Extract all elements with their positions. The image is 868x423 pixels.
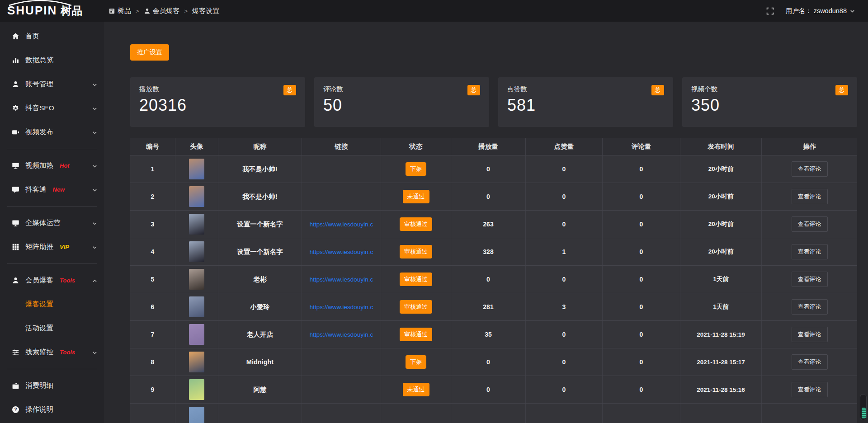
- cell-status: 未通过: [381, 376, 451, 403]
- sidebar-item-label: 首页: [25, 32, 39, 41]
- cell-number: 3: [130, 211, 175, 238]
- cell-status: 审核通过: [381, 211, 451, 238]
- chevron-down-icon: [92, 220, 98, 226]
- user-icon: [144, 8, 151, 14]
- sidebar-item-data-overview[interactable]: 数据总览: [0, 48, 104, 72]
- total-badge: 总: [651, 85, 665, 95]
- sidebar-item-clue-monitor[interactable]: 线索监控Tools: [0, 340, 104, 364]
- cell-nickname: 我不是小帅!: [218, 155, 302, 183]
- column-header: 发布时间: [680, 138, 762, 155]
- cell-likes: 0: [526, 321, 603, 348]
- chat-icon: [12, 186, 19, 193]
- sidebar-item-label: 会员爆客: [25, 276, 53, 285]
- sidebar-item-video-publish[interactable]: 视频发布: [0, 120, 104, 144]
- video-link[interactable]: https://www.iesdouyin.c: [310, 221, 373, 228]
- cell-nickname: 老人开店: [218, 321, 302, 348]
- cell-number: [130, 404, 175, 423]
- cell-nickname: 设置一个新名字: [218, 211, 302, 238]
- column-header: 昵称: [218, 138, 302, 155]
- fullscreen-icon[interactable]: [766, 7, 774, 15]
- stat-value: 350: [691, 96, 848, 115]
- sidebar-item-label: 账号管理: [25, 80, 53, 89]
- column-header: 编号: [130, 138, 175, 155]
- sidebar-item-tag: VIP: [60, 244, 69, 250]
- view-comments-button[interactable]: 查看评论: [792, 216, 828, 232]
- breadcrumb-item-member[interactable]: 会员爆客: [144, 7, 180, 15]
- cell-link: [302, 155, 381, 183]
- stat-label: 播放数: [139, 85, 159, 94]
- sidebar-item-consumption-detail[interactable]: 消费明细: [0, 374, 104, 398]
- breadcrumb-label: 爆客设置: [192, 7, 219, 15]
- view-comments-button[interactable]: 查看评论: [792, 327, 828, 342]
- table-row: [130, 403, 857, 423]
- cell-likes: 0: [526, 348, 603, 376]
- sidebar-item-label: 操作说明: [25, 405, 53, 414]
- view-comments-button[interactable]: 查看评论: [792, 354, 828, 370]
- cell-likes: 0: [526, 155, 603, 183]
- video-link[interactable]: https://www.iesdouyin.c: [310, 304, 373, 310]
- sidebar-item-matrix-boost[interactable]: 矩阵助推VIP: [0, 235, 104, 259]
- avatar: [189, 379, 204, 400]
- video-link[interactable]: https://www.iesdouyin.c: [310, 249, 373, 255]
- cell-number: 9: [130, 376, 175, 403]
- cell-likes: 0: [526, 183, 603, 210]
- sidebar-item-activity-settings[interactable]: 活动设置: [0, 316, 104, 340]
- stat-cards: 播放数 总 20316 评论数 总 50 点赞数 总 581: [130, 77, 857, 127]
- view-comments-button[interactable]: 查看评论: [792, 244, 828, 259]
- stat-card-videos: 视频个数 总 350: [682, 77, 857, 127]
- sidebar-item-douyin-seo[interactable]: 抖音SEO: [0, 96, 104, 120]
- sidebar-item-tag: Tools: [60, 349, 75, 356]
- avatar: [189, 241, 204, 262]
- chevron-down-icon: [92, 244, 98, 250]
- video-link[interactable]: https://www.iesdouyin.c: [310, 276, 373, 283]
- sidebar-item-all-media[interactable]: 全媒体运营: [0, 211, 104, 235]
- cell-avatar: [175, 348, 218, 376]
- sidebar-item-baoke-settings[interactable]: 爆客设置: [0, 292, 104, 316]
- sidebar-item-member-baoke[interactable]: 会员爆客Tools: [0, 268, 104, 292]
- cell-publish-time: 20小时前: [680, 183, 762, 210]
- breadcrumb-label: 树品: [118, 7, 131, 15]
- cell-plays: 35: [451, 321, 526, 348]
- cell-avatar: [175, 293, 218, 320]
- sidebar-menu: 首页数据总览账号管理抖音SEO视频发布视频加热Hot抖客通New全媒体运营矩阵助…: [0, 24, 104, 422]
- cell-comments: 0: [603, 183, 680, 210]
- view-comments-button[interactable]: 查看评论: [792, 272, 828, 287]
- sidebar-item-account-manage[interactable]: 账号管理: [0, 72, 104, 96]
- cell-number: 1: [130, 155, 175, 183]
- view-comments-button[interactable]: 查看评论: [792, 382, 828, 397]
- promo-settings-button[interactable]: 推广设置: [130, 44, 169, 61]
- cell-nickname: [218, 404, 302, 423]
- scrollbar[interactable]: [860, 394, 867, 420]
- sidebar-item-label: 抖音SEO: [25, 103, 54, 113]
- username-label: 用户名：: [786, 7, 812, 15]
- sidebar-item-tag: Tools: [60, 277, 75, 284]
- chevron-down-icon: [92, 129, 98, 135]
- cell-comments: 0: [603, 321, 680, 348]
- sidebar-item-video-heat[interactable]: 视频加热Hot: [0, 154, 104, 178]
- topbar-right: 用户名： zswodun88: [766, 7, 868, 15]
- user-icon: [12, 80, 19, 88]
- sidebar-item-operation-guide[interactable]: ?操作说明: [0, 398, 104, 422]
- breadcrumb-separator: >: [184, 8, 188, 14]
- cell-nickname: 老彬: [218, 266, 302, 293]
- view-comments-button[interactable]: 查看评论: [792, 189, 828, 204]
- breadcrumb-item-home[interactable]: 树品: [108, 7, 131, 15]
- cell-status: 审核通过: [381, 293, 451, 320]
- sidebar-divider: [7, 206, 97, 207]
- sidebar-item-home[interactable]: 首页: [0, 24, 104, 48]
- cell-likes: [526, 404, 603, 423]
- cell-avatar: [175, 211, 218, 238]
- video-link[interactable]: https://www.iesdouyin.c: [310, 331, 373, 338]
- user-menu[interactable]: 用户名： zswodun88: [786, 7, 855, 15]
- cell-publish-time: 20小时前: [680, 155, 762, 183]
- scrollbar-thumb[interactable]: [862, 408, 866, 418]
- main-content: 推广设置 播放数 总 20316 评论数 总 50 点赞数 总: [104, 22, 868, 423]
- cell-action: 查看评论: [762, 183, 857, 210]
- status-badge: 审核通过: [400, 217, 432, 231]
- stat-card-comments: 评论数 总 50: [314, 77, 489, 127]
- avatar: [189, 186, 204, 207]
- cell-likes: 3: [526, 293, 603, 320]
- sidebar-item-douketong[interactable]: 抖客通New: [0, 178, 104, 202]
- view-comments-button[interactable]: 查看评论: [792, 161, 828, 177]
- view-comments-button[interactable]: 查看评论: [792, 299, 828, 315]
